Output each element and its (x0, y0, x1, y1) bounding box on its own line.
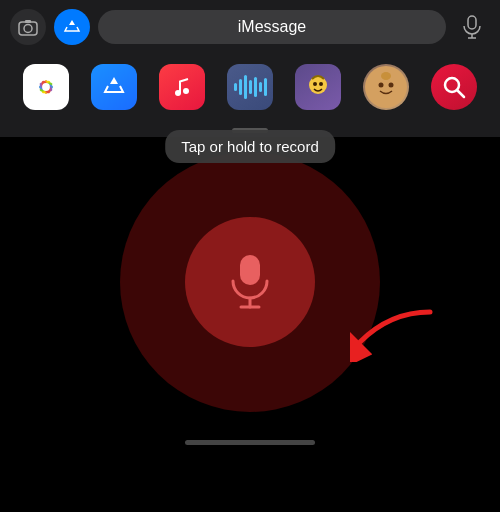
recording-area: Tap or hold to record (0, 137, 500, 427)
svg-point-15 (183, 88, 189, 94)
waveform-icon (234, 75, 267, 99)
search-icon (441, 74, 467, 100)
svg-point-13 (42, 83, 50, 91)
camera-icon (18, 18, 38, 36)
music-app-icon[interactable] (159, 64, 205, 110)
appstore-app-icon[interactable] (91, 64, 137, 110)
svg-point-17 (313, 82, 317, 86)
search-app-icon[interactable] (431, 64, 477, 110)
toolbar: iMessage (0, 0, 500, 54)
microphone-icon (225, 253, 275, 311)
photos-app-icon[interactable] (23, 64, 69, 110)
outer-record-circle: Tap or hold to record (120, 152, 380, 412)
photos-icon (28, 69, 64, 105)
appstore-icon (62, 17, 82, 37)
home-indicator (0, 427, 500, 457)
appstore-button[interactable] (54, 9, 90, 45)
arrow-svg (350, 302, 440, 362)
camera-button[interactable] (10, 9, 46, 45)
svg-point-22 (381, 72, 391, 80)
audio-app-icon[interactable] (227, 64, 273, 110)
svg-rect-2 (25, 20, 31, 23)
svg-line-24 (457, 90, 464, 97)
search-bar[interactable]: iMessage (98, 10, 446, 44)
record-button[interactable] (185, 217, 315, 347)
svg-rect-25 (240, 255, 260, 285)
appstore-app-icon-img (100, 73, 128, 101)
animoji-app-icon[interactable] (363, 64, 409, 110)
svg-point-20 (379, 83, 384, 88)
memoji-app-icon[interactable] (295, 64, 341, 110)
svg-point-21 (389, 83, 394, 88)
svg-point-1 (24, 25, 32, 33)
record-tooltip: Tap or hold to record (165, 130, 335, 163)
mic-button[interactable] (454, 9, 490, 45)
home-bar (185, 440, 315, 445)
music-icon (168, 73, 196, 101)
svg-point-14 (175, 90, 181, 96)
search-text: iMessage (238, 18, 306, 36)
svg-point-18 (319, 82, 323, 86)
mic-icon (462, 15, 482, 39)
svg-rect-3 (468, 16, 476, 29)
memoji-icon (302, 71, 334, 103)
app-icons-row (0, 54, 500, 122)
animoji-icon (365, 66, 407, 108)
